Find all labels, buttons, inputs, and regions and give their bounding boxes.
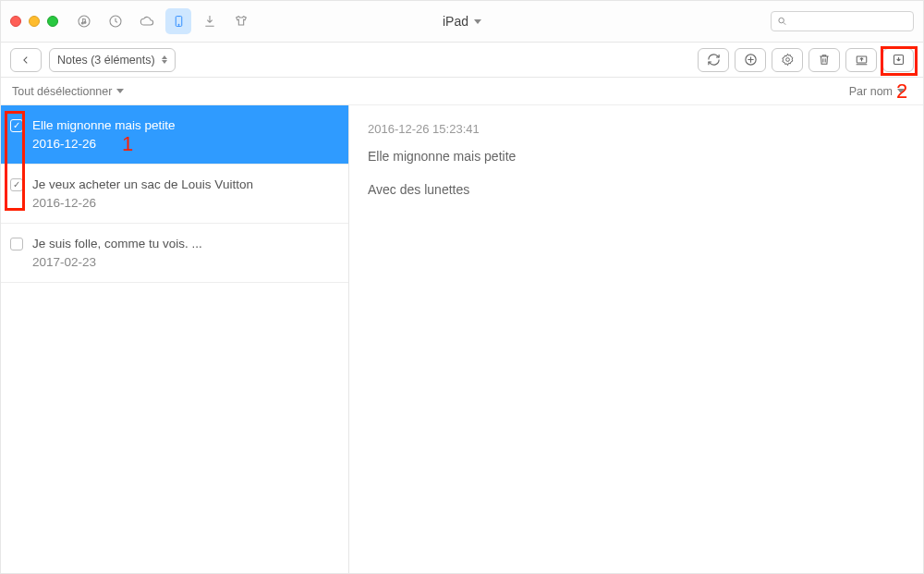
- settings-button[interactable]: [772, 48, 803, 72]
- minimize-window[interactable]: [29, 16, 40, 27]
- close-window[interactable]: [10, 16, 21, 27]
- zoom-window[interactable]: [47, 16, 58, 27]
- svg-point-2: [84, 21, 86, 23]
- deselect-all[interactable]: Tout désélectionner: [12, 85, 124, 98]
- sort-label: Par nom: [849, 85, 893, 98]
- filter-bar: Tout désélectionner Par nom: [1, 78, 923, 105]
- note-text: Je veux acheter un sac de Louis Vuitton …: [32, 176, 253, 212]
- main-split: Elle mignonne mais petite 2016-12-26 Je …: [1, 105, 923, 573]
- note-detail: 2016-12-26 15:23:41 Elle mignonne mais p…: [349, 105, 923, 573]
- svg-point-5: [177, 24, 178, 25]
- svg-point-6: [779, 18, 784, 23]
- clock-icon[interactable]: [103, 8, 128, 34]
- chevron-down-icon: [116, 89, 124, 93]
- note-text: Elle mignonne mais petite 2016-12-26: [32, 116, 176, 153]
- device-title: iPad: [443, 14, 468, 29]
- back-button[interactable]: [10, 48, 42, 72]
- toolbar: Notes (3 éléments): [1, 43, 923, 78]
- add-button[interactable]: [735, 48, 766, 72]
- note-body-line: Elle mignonne mais petite: [368, 149, 905, 164]
- note-title: Elle mignonne mais petite: [32, 116, 176, 135]
- refresh-button[interactable]: [698, 48, 729, 72]
- note-date: 2017-02-23: [32, 253, 202, 272]
- titlebar-icon-row: [71, 8, 254, 34]
- note-item[interactable]: Je veux acheter un sac de Louis Vuitton …: [1, 165, 348, 224]
- breadcrumb-dropdown[interactable]: Notes (3 éléments): [49, 48, 176, 72]
- note-list: Elle mignonne mais petite 2016-12-26 Je …: [1, 105, 349, 573]
- note-checkbox[interactable]: [10, 119, 23, 132]
- deselect-all-label: Tout désélectionner: [12, 85, 112, 98]
- sort-updown-icon: [162, 55, 167, 64]
- note-item[interactable]: Elle mignonne mais petite 2016-12-26: [1, 105, 348, 165]
- to-device-button[interactable]: [882, 48, 914, 72]
- sort-dropdown[interactable]: Par nom: [849, 85, 912, 98]
- note-timestamp: 2016-12-26 15:23:41: [368, 122, 905, 136]
- search-icon: [777, 16, 787, 27]
- music-icon[interactable]: [71, 8, 97, 34]
- note-checkbox[interactable]: [10, 238, 23, 250]
- svg-point-1: [81, 22, 83, 24]
- note-body-line: Avec des lunettes: [368, 182, 905, 197]
- svg-point-8: [785, 58, 789, 62]
- note-text: Je suis folle, comme tu vois. ... 2017-0…: [32, 235, 202, 271]
- toolbar-actions: [698, 48, 914, 72]
- search-input[interactable]: [787, 15, 907, 28]
- to-mac-button[interactable]: [845, 48, 877, 72]
- device-dropdown[interactable]: iPad: [443, 14, 481, 29]
- note-item[interactable]: Je suis folle, comme tu vois. ... 2017-0…: [1, 224, 348, 283]
- titlebar: iPad: [1, 1, 923, 43]
- chevron-down-icon: [474, 19, 481, 24]
- note-checkbox[interactable]: [10, 178, 23, 191]
- shirt-icon[interactable]: [228, 8, 254, 34]
- cloud-icon[interactable]: [134, 8, 160, 34]
- chevron-down-icon: [897, 89, 905, 93]
- download-icon[interactable]: [197, 8, 223, 34]
- note-title: Je veux acheter un sac de Louis Vuitton: [32, 176, 253, 194]
- search-box[interactable]: [771, 11, 914, 31]
- note-date: 2016-12-26: [32, 194, 253, 213]
- device-icon[interactable]: [165, 8, 191, 34]
- delete-button[interactable]: [808, 48, 840, 72]
- breadcrumb-label: Notes (3 éléments): [57, 54, 155, 67]
- svg-point-0: [79, 16, 90, 27]
- window-controls: [10, 16, 58, 27]
- note-date: 2016-12-26: [32, 135, 176, 153]
- note-title: Je suis folle, comme tu vois. ...: [32, 235, 202, 253]
